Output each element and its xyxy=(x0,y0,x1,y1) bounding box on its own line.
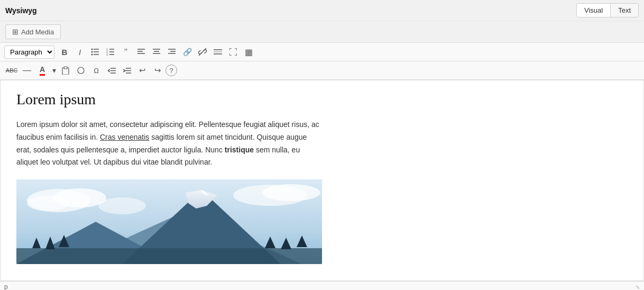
bold-button[interactable]: B xyxy=(57,45,72,59)
unordered-list-button[interactable] xyxy=(88,45,103,59)
content-paragraph: Lorem ipsum dolor sit amet, consectetur … xyxy=(16,119,323,169)
svg-point-3 xyxy=(91,49,93,50)
align-right-button[interactable] xyxy=(164,45,179,59)
link-text[interactable]: Cras venenatis xyxy=(100,133,149,141)
strikethrough-button[interactable]: ABC xyxy=(4,64,19,77)
link-button[interactable]: 🔗 xyxy=(180,45,195,59)
svg-point-40 xyxy=(27,195,69,211)
blockquote-button[interactable]: " xyxy=(118,45,133,59)
bold-text: tristique xyxy=(225,146,254,154)
align-center-button[interactable] xyxy=(149,45,164,59)
outdent-button[interactable] xyxy=(104,64,119,77)
content-heading: Lorem ipsum xyxy=(16,91,628,108)
paragraph-select[interactable]: Paragraph Heading 1 Heading 2 Heading 3 … xyxy=(4,46,54,59)
app-title: Wysiwyg xyxy=(5,6,37,15)
add-media-button[interactable]: ⊞ Add Media xyxy=(5,24,61,39)
toolbar-row2: ABC — A ▾ Ω ↩ ↪ ? xyxy=(0,61,644,80)
svg-point-4 xyxy=(91,51,93,53)
view-tabs: Visual Text xyxy=(576,3,639,17)
paste-text-button[interactable] xyxy=(58,64,73,77)
special-char-button[interactable]: Ω xyxy=(89,64,104,77)
svg-line-24 xyxy=(199,48,206,56)
add-media-bar: ⊞ Add Media xyxy=(0,21,644,42)
help-button[interactable]: ? xyxy=(165,65,177,76)
table-button[interactable]: ▦ xyxy=(241,45,256,59)
add-media-label: Add Media xyxy=(21,28,54,36)
horizontal-rule-button[interactable] xyxy=(210,45,225,59)
tab-visual[interactable]: Visual xyxy=(577,4,611,17)
svg-point-5 xyxy=(91,54,93,56)
svg-text:3.: 3. xyxy=(106,53,108,56)
editor-wrapper: Wysiwyg Visual Text ⊞ Add Media Paragrap… xyxy=(0,0,644,290)
fullscreen-button[interactable] xyxy=(226,45,241,59)
hr-line-button[interactable]: — xyxy=(20,64,34,77)
text-color-button[interactable]: A xyxy=(35,64,50,77)
resize-handle[interactable]: ⤡ xyxy=(636,284,640,290)
undo-button[interactable]: ↩ xyxy=(135,64,150,77)
svg-point-42 xyxy=(262,184,320,201)
indent-button[interactable] xyxy=(119,64,134,77)
svg-point-43 xyxy=(98,197,146,214)
unlink-button[interactable] xyxy=(195,45,210,59)
add-media-icon: ⊞ xyxy=(12,28,19,36)
toolbar-row1: Paragraph Heading 1 Heading 2 Heading 3 … xyxy=(0,42,644,61)
color-arrow[interactable]: ▾ xyxy=(50,64,58,77)
align-left-button[interactable] xyxy=(134,45,149,59)
svg-rect-29 xyxy=(64,67,67,69)
ordered-list-button[interactable]: 1.2.3. xyxy=(103,45,118,59)
svg-point-30 xyxy=(78,67,84,74)
content-image xyxy=(16,179,322,264)
svg-rect-49 xyxy=(16,248,322,264)
status-bar: p ⤡ xyxy=(0,281,644,290)
status-element: p xyxy=(4,283,8,290)
italic-button[interactable]: I xyxy=(72,45,87,59)
clear-formatting-button[interactable] xyxy=(73,64,88,77)
top-bar: Wysiwyg Visual Text xyxy=(0,0,644,21)
redo-button[interactable]: ↪ xyxy=(150,64,165,77)
editor-area[interactable]: Lorem ipsum Lorem ipsum dolor sit amet, … xyxy=(0,80,644,281)
tab-text[interactable]: Text xyxy=(611,4,638,17)
editor-content: Lorem ipsum Lorem ipsum dolor sit amet, … xyxy=(16,91,628,264)
